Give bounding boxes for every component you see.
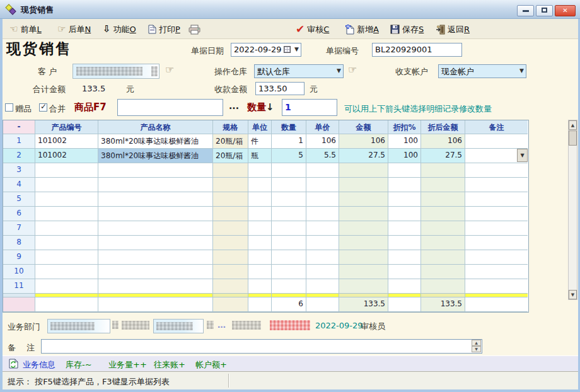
- table-row[interactable]: 4: [3, 178, 528, 192]
- cell-remark[interactable]: [465, 134, 528, 149]
- table-row[interactable]: 9: [3, 250, 528, 265]
- detail-table: - 产品编号 产品名称 规格 单位 数量 单价 金额 折扣% 折后金额 备注 1…: [3, 120, 529, 313]
- cell-discount[interactable]: 100: [388, 134, 421, 149]
- row-number[interactable]: 2: [3, 149, 35, 163]
- product-search-input[interactable]: [117, 99, 223, 116]
- business-volume-link[interactable]: 业务量++: [108, 359, 147, 371]
- table-row[interactable]: 8: [3, 236, 528, 250]
- cell-code[interactable]: 101002: [35, 134, 98, 149]
- cell-price[interactable]: 106: [306, 134, 339, 149]
- redacted-clerk-label: [122, 321, 149, 330]
- row-number[interactable]: 11: [3, 279, 35, 294]
- refresh-doc-icon[interactable]: [9, 359, 18, 369]
- ellipsis-button[interactable]: ...: [229, 101, 239, 111]
- spin-down-icon[interactable]: ▼: [472, 346, 481, 352]
- page-icon: [148, 25, 156, 34]
- printer-icon[interactable]: [187, 23, 203, 36]
- cell-qty[interactable]: 1: [272, 134, 306, 149]
- cell-code[interactable]: 101002: [35, 149, 98, 163]
- col-header-final-amount: 折后金额: [421, 120, 465, 134]
- clerk-select[interactable]: [153, 319, 204, 333]
- row-number[interactable]: 4: [3, 178, 35, 192]
- cell-qty[interactable]: 5: [272, 149, 306, 163]
- cell-final[interactable]: 106: [421, 134, 465, 149]
- table-row[interactable]: 7: [3, 221, 528, 236]
- table-row[interactable]: 6: [3, 207, 528, 221]
- table-row[interactable]: 5: [3, 192, 528, 207]
- cell-amount[interactable]: 27.5: [339, 149, 388, 163]
- print-button[interactable]: 打印P: [146, 23, 182, 36]
- status-divider: [228, 374, 229, 388]
- row-number[interactable]: 10: [3, 265, 35, 279]
- row-number[interactable]: 1: [3, 134, 35, 149]
- function-menu-button[interactable]: ⇩ 功能O: [101, 23, 138, 36]
- doc-date-input[interactable]: 2022-09-29 ▼: [231, 43, 301, 57]
- maximize-button[interactable]: [536, 5, 553, 16]
- gift-checkbox[interactable]: [5, 103, 13, 112]
- table-row[interactable]: 3: [3, 163, 528, 178]
- customer-input[interactable]: [72, 64, 160, 79]
- warehouse-picker-hand-icon[interactable]: ☞: [348, 65, 357, 75]
- prev-doc-button[interactable]: ☜ 前单L: [8, 23, 44, 36]
- cell-spec[interactable]: 20瓶/箱: [213, 134, 248, 149]
- next-doc-button[interactable]: ☞ 后单N: [55, 23, 93, 36]
- hand-right-icon: ☞: [57, 25, 66, 34]
- table-vertical-scrollbar[interactable]: ▲ ▼: [568, 120, 577, 300]
- cell-name-focused[interactable]: 380ml*20味事达味极鲜酱油: [98, 149, 213, 163]
- cell-discount[interactable]: 100: [388, 149, 421, 163]
- cell-name[interactable]: 380ml*20味事达味极鲜酱油: [98, 134, 213, 149]
- cell-spec[interactable]: 20瓶/箱: [213, 149, 248, 163]
- row-number[interactable]: 3: [3, 163, 35, 178]
- chevron-down-icon[interactable]: ▼: [337, 67, 341, 74]
- business-info-link[interactable]: 业务信息: [23, 359, 55, 371]
- spin-up-icon[interactable]: ▲: [472, 340, 481, 346]
- table-header-row: - 产品编号 产品名称 规格 单位 数量 单价 金额 折扣% 折后金额 备注: [3, 120, 528, 134]
- row-number[interactable]: 9: [3, 250, 35, 265]
- received-amount-input[interactable]: 133.50: [255, 82, 304, 95]
- scroll-up-icon[interactable]: ▲: [569, 120, 577, 130]
- chevron-down-icon[interactable]: ▼: [294, 46, 299, 52]
- add-button[interactable]: 新增A: [343, 23, 381, 36]
- cell-unit[interactable]: 件: [248, 134, 272, 149]
- row-number[interactable]: 8: [3, 236, 35, 250]
- row-number[interactable]: 6: [3, 207, 35, 221]
- close-button[interactable]: ✕: [555, 5, 576, 16]
- more-button[interactable]: …: [218, 320, 226, 330]
- account-label: 收支帐户: [395, 66, 428, 78]
- doc-no-input[interactable]: BL220929001: [372, 43, 462, 57]
- chevron-down-icon[interactable]: ▼: [519, 67, 524, 74]
- cell-final[interactable]: 27.5: [421, 149, 465, 163]
- remark-spinner[interactable]: ▲▼: [472, 340, 481, 352]
- received-amount-label: 收款金额: [214, 84, 247, 95]
- new-doc-icon: [345, 25, 354, 35]
- table-row[interactable]: 11: [3, 279, 528, 294]
- cell-unit[interactable]: 瓶: [248, 149, 272, 163]
- table-row[interactable]: 1 101002 380ml*20味事达味极鲜酱油 20瓶/箱 件 1 106 …: [3, 134, 528, 149]
- quantity-input[interactable]: 1: [282, 99, 337, 116]
- table-row-selected[interactable]: 2 101002 380ml*20味事达味极鲜酱油 20瓶/箱 瓶 5 5.5 …: [3, 149, 528, 163]
- remark-input[interactable]: [41, 339, 482, 354]
- account-select[interactable]: 现金帐户 ▼: [438, 64, 526, 78]
- merge-checkbox[interactable]: [39, 103, 47, 112]
- cell-amount[interactable]: 106: [339, 134, 388, 149]
- cell-remark[interactable]: ▼: [465, 149, 528, 163]
- audit-button[interactable]: ✔ 审核C: [294, 23, 331, 36]
- table-row[interactable]: 10: [3, 265, 528, 279]
- scroll-down-icon[interactable]: ▼: [569, 290, 577, 299]
- remark-dropdown-button[interactable]: ▼: [517, 149, 528, 162]
- current-account-link[interactable]: 往来账+: [154, 359, 185, 371]
- hand-left-icon: ☜: [9, 25, 18, 34]
- scrollbar-thumb[interactable]: [569, 130, 577, 146]
- return-button[interactable]: 返回R: [434, 23, 472, 36]
- cell-price[interactable]: 5.5: [306, 149, 339, 163]
- save-button[interactable]: 保存S: [388, 23, 426, 36]
- row-number[interactable]: 5: [3, 192, 35, 207]
- account-amount-link[interactable]: 帐户额+: [195, 359, 227, 371]
- warehouse-select[interactable]: 默认仓库 ▼: [254, 64, 344, 78]
- minimize-button[interactable]: [517, 5, 534, 16]
- row-number[interactable]: 7: [3, 221, 35, 236]
- stock-link[interactable]: 库存-~: [66, 359, 92, 371]
- department-select[interactable]: [47, 319, 110, 333]
- customer-picker-hand-icon[interactable]: ☞: [165, 65, 174, 75]
- total-unit-label: 元: [126, 84, 134, 95]
